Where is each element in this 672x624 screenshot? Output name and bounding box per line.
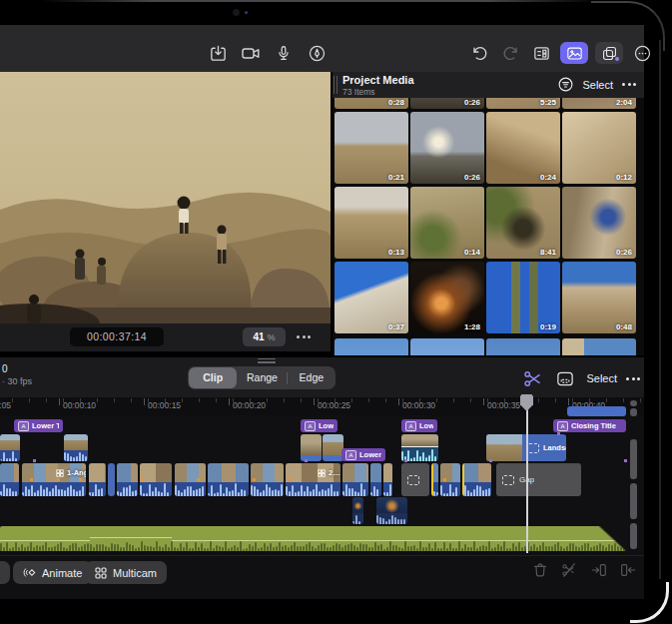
trash-icon [531, 561, 549, 579]
title-clip[interactable]: A Low… [301, 419, 337, 432]
media-browser-button[interactable] [560, 42, 588, 64]
timeline-resize-handle[interactable] [258, 358, 276, 363]
timecode-display[interactable]: 00:00:37:14 [70, 327, 164, 346]
timeline-scrollbar[interactable] [630, 439, 637, 479]
media-thumbnail[interactable]: 8:41 [486, 187, 560, 259]
media-thumbnail[interactable]: 0:24 [486, 112, 560, 184]
mode-range[interactable]: Range [238, 367, 286, 388]
media-thumbnail[interactable]: 0:12 [562, 112, 636, 184]
media-thumbnail[interactable]: 1:28 [410, 262, 484, 333]
storyline-clip[interactable] [370, 463, 381, 496]
volume-envelope[interactable] [90, 537, 172, 538]
media-more-button[interactable] [622, 83, 636, 86]
redo-button[interactable] [498, 41, 522, 65]
app-screen: 100% [0, 0, 644, 599]
blade-button-disabled[interactable] [559, 560, 579, 580]
connected-clip[interactable] [64, 434, 88, 461]
connected-clip[interactable] [323, 434, 343, 461]
media-thumbnail[interactable]: 0:37 [335, 262, 408, 333]
storyline-clip[interactable] [89, 463, 106, 496]
media-thumbnail[interactable]: 5:25 [486, 98, 560, 109]
timeline-more-button[interactable] [626, 377, 640, 380]
media-thumbnail[interactable] [562, 338, 636, 355]
media-thumbnail[interactable]: 2:04 [562, 98, 636, 109]
title-clip[interactable]: A Closing Title [553, 419, 626, 432]
media-thumbnail[interactable]: 0:26 [410, 98, 484, 109]
inspector-button[interactable] [529, 41, 553, 65]
title-clip-label: Lower T… [32, 421, 59, 430]
multicam-icon [56, 469, 64, 477]
media-thumbnail[interactable]: 0:21 [335, 112, 408, 184]
timeline-scrollbar[interactable] [630, 400, 637, 406]
volume-envelope[interactable] [172, 540, 626, 541]
timeline-scrollbar[interactable] [630, 523, 637, 549]
storyline-clip[interactable] [342, 463, 368, 496]
voiceover-button[interactable] [272, 41, 296, 65]
media-thumbnail[interactable]: 0:19 [486, 262, 560, 333]
media-thumbnail[interactable]: 0:14 [410, 187, 484, 259]
media-thumbnail[interactable]: 0:26 [410, 112, 484, 184]
storyline-clip[interactable] [108, 463, 115, 496]
connected-clip-below[interactable] [352, 497, 363, 524]
storyline-clip[interactable] [431, 463, 438, 496]
title-clip[interactable]: A Low… [401, 419, 437, 432]
title-clip[interactable]: A Lower T… [14, 419, 63, 432]
storyline-clip[interactable] [140, 463, 172, 496]
mode-clip[interactable]: Clip [189, 367, 237, 388]
media-thumbnail[interactable]: 0:13 [335, 187, 408, 259]
media-thumbnail[interactable]: 0:48 [562, 262, 636, 333]
media-thumbnail[interactable]: 0:28 [335, 98, 408, 109]
blade-disabled-icon [560, 561, 578, 579]
title-badge: A [18, 421, 29, 431]
clip-thumbnail [401, 434, 438, 446]
connected-clip-bar[interactable] [567, 406, 626, 416]
storyline-clip[interactable] [383, 463, 392, 496]
storyline-clip-multicam[interactable]: 2… [286, 463, 340, 496]
record-button[interactable] [239, 41, 263, 65]
zoom-level-button[interactable]: 41 % [243, 327, 286, 346]
clip-duration: 5:25 [540, 98, 556, 107]
media-thumbnail[interactable]: 0:26 [562, 187, 636, 259]
timeline-scrollbar[interactable] [630, 408, 637, 416]
draw-button[interactable] [305, 41, 329, 65]
storyline-clip[interactable] [462, 463, 491, 496]
media-thumbnail[interactable] [335, 338, 408, 355]
storyline-clip[interactable] [208, 463, 249, 496]
clip-label-group: 1-Angl… [56, 468, 86, 477]
animate-button[interactable]: Animate [13, 561, 92, 584]
multicam-button[interactable]: Multicam [85, 561, 167, 584]
delete-button-disabled[interactable] [530, 560, 550, 580]
insert-right-button-disabled[interactable] [618, 560, 638, 580]
gap-icon [407, 475, 419, 485]
connected-clip[interactable] [0, 434, 20, 461]
mode-edge[interactable]: Edge [288, 367, 336, 388]
volume-envelope[interactable] [0, 540, 90, 541]
undo-button[interactable] [467, 41, 491, 65]
timeline-select-button[interactable]: Select [586, 372, 617, 384]
timeline-overlay-button[interactable] [553, 366, 577, 390]
insert-left-button-disabled[interactable] [589, 560, 609, 580]
filter-icon[interactable] [558, 77, 573, 92]
title-clip[interactable]: A Lower… [341, 448, 385, 461]
gap-clip[interactable]: Gap [496, 463, 581, 496]
partial-button[interactable] [0, 561, 10, 584]
panel-resize-grip[interactable] [334, 76, 337, 94]
camera-lens-glint [245, 11, 248, 14]
viewer-more-button[interactable] [297, 335, 311, 338]
timeline-scrollbar[interactable] [630, 483, 637, 519]
connected-audio-clip[interactable] [401, 434, 438, 461]
storyline-clip[interactable] [117, 463, 138, 496]
timeline-ruler[interactable]: 00:00:05 00:00:10 00:00:15 00:00:20 00:0… [0, 397, 644, 415]
import-button[interactable] [206, 41, 230, 65]
music-clip[interactable] [0, 526, 626, 551]
media-select-button[interactable]: Select [582, 79, 613, 91]
connection-stem [489, 459, 492, 462]
media-thumbnail[interactable] [410, 338, 484, 355]
storyline-clip[interactable] [0, 463, 19, 496]
blade-tool-button[interactable] [520, 366, 544, 390]
storyline-clip[interactable] [175, 463, 206, 496]
gap-clip[interactable]: G… [401, 463, 429, 496]
connected-clip-below[interactable] [376, 497, 407, 524]
media-thumbnail[interactable] [486, 338, 560, 355]
connected-clip[interactable] [301, 434, 322, 461]
